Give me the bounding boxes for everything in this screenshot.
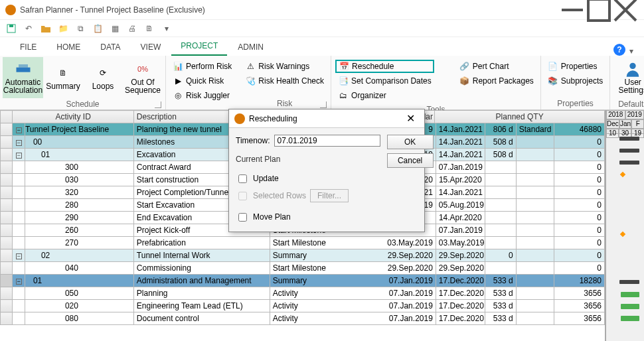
ribbon-collapse-icon[interactable]: ▾ [629, 46, 633, 56]
ok-button[interactable]: OK [387, 135, 434, 149]
group-label-defaults: Defaults [618, 100, 644, 109]
summary-button[interactable]: 🗎 Summary [43, 57, 83, 98]
table-row[interactable]: 040CommissioningStart Milestone29.Sep.20… [1, 262, 605, 275]
group-label-risk: Risk [277, 99, 292, 108]
group-defaults: User Settings Defaults [610, 56, 644, 109]
group-risk-actions: 📊Perform Risk ▶Quick Risk ◎Risk Juggler [166, 56, 238, 109]
minimize-button[interactable] [559, 1, 586, 19]
help-icon[interactable]: ? [613, 44, 625, 56]
calculator-icon [14, 61, 33, 77]
table-row[interactable]: 270PrefabricationStart Milestone03.May.2… [1, 237, 605, 249]
summary-icon: 🗎 [54, 65, 72, 81]
expander-icon[interactable]: − [16, 140, 22, 146]
gantt-bar [619, 149, 639, 153]
perform-risk-button[interactable]: 📊Perform Risk [170, 60, 234, 73]
schedule-launcher[interactable] [155, 102, 161, 108]
group-label-schedule: Schedule [66, 100, 99, 109]
expander-icon[interactable]: − [16, 153, 22, 159]
folder-icon[interactable]: 📁 [57, 23, 69, 34]
pert-chart-button[interactable]: 🔗Pert Chart [457, 60, 536, 73]
table-row[interactable]: 050PlanningActivity07.Jan.201917.Dec.202… [1, 287, 605, 300]
out-of-sequence-button[interactable]: 0% Out Of Sequence [123, 57, 163, 98]
dialog-titlebar[interactable]: Rescheduling ✕ [229, 109, 424, 128]
copy-icon[interactable]: ⧉ [74, 23, 86, 34]
risk-health-button[interactable]: 🩺Risk Health Check [242, 74, 327, 88]
play-icon: ▶ [173, 76, 183, 86]
automatic-calculation-button[interactable]: Automatic Calculation [3, 57, 43, 98]
selected-rows-checkbox [238, 192, 247, 200]
app-icon [5, 5, 16, 15]
timenow-label: Timenow: [236, 136, 270, 145]
grid-icon[interactable]: ▦ [109, 23, 121, 34]
loops-button[interactable]: ⟳ Loops [83, 57, 123, 98]
gantt-bar [619, 280, 639, 284]
quick-access-toolbar: ↶ 📁 ⧉ 📋 ▦ 🖨 🗎 ▾ [0, 20, 644, 37]
group-risk: ⚠Risk Warnings 🩺Risk Health Check Risk [238, 56, 331, 109]
save-icon[interactable] [5, 23, 17, 34]
dropdown-icon[interactable]: ▾ [161, 23, 173, 34]
update-checkbox[interactable] [238, 174, 247, 183]
group-properties: 📄Properties 📚Subprojects Properties [541, 56, 610, 109]
dialog-app-icon [234, 113, 245, 124]
dialog-close-button[interactable]: ✕ [402, 112, 419, 125]
tab-view[interactable]: VIEW [131, 38, 171, 56]
set-comparison-button[interactable]: 📑Set Comparison Dates [335, 74, 434, 88]
group-schedule: Automatic Calculation 🗎 Summary ⟳ Loops … [0, 56, 166, 109]
report-icon: 📦 [459, 76, 470, 86]
risk-launcher[interactable] [320, 102, 327, 108]
close-button[interactable] [612, 1, 639, 19]
maximize-button[interactable] [586, 1, 612, 19]
col-rowhandle[interactable] [1, 111, 13, 123]
expander-icon[interactable]: − [16, 127, 22, 133]
quick-risk-button[interactable]: ▶Quick Risk [170, 74, 234, 88]
col-planned-qty[interactable]: Planned QTY [435, 111, 604, 123]
loops-icon: ⟳ [94, 65, 112, 81]
user-icon [623, 61, 642, 77]
risk-warnings-button[interactable]: ⚠Risk Warnings [242, 60, 327, 73]
properties-icon: 📄 [548, 61, 558, 72]
cancel-button[interactable]: Cancel [387, 153, 434, 168]
subprojects-icon: 📚 [548, 76, 558, 86]
expander-icon[interactable]: − [16, 253, 22, 259]
ribbon: Automatic Calculation 🗎 Summary ⟳ Loops … [0, 56, 644, 110]
tab-file[interactable]: FILE [11, 38, 46, 56]
table-row[interactable]: 020Engineering Team Lead (ETL)Activity07… [1, 300, 605, 312]
subprojects-button[interactable]: 📚Subprojects [545, 74, 605, 88]
open-icon[interactable] [40, 23, 52, 34]
dialog-title: Rescheduling [249, 114, 297, 123]
tab-data[interactable]: DATA [91, 38, 129, 56]
ribbon-tabs: FILE HOME DATA VIEW PROJECT ADMIN ? ▾ [0, 37, 644, 56]
pert-icon: 🔗 [459, 61, 470, 72]
print-icon[interactable]: 🖨 [126, 23, 138, 34]
compare-icon: 📑 [338, 76, 349, 86]
sheet-icon[interactable]: 🗎 [143, 23, 155, 34]
gantt-bar [619, 137, 639, 141]
expander-icon[interactable]: − [16, 279, 22, 285]
svg-rect-6 [16, 68, 30, 72]
tab-admin[interactable]: ADMIN [228, 38, 273, 56]
report-packages-button[interactable]: 📦Report Packages [457, 74, 536, 88]
reschedule-button[interactable]: 📅Reschedule [335, 60, 434, 73]
properties-button[interactable]: 📄Properties [545, 60, 605, 73]
gantt-panel[interactable]: 20182019 DecJanF 103019 [605, 110, 644, 341]
table-row[interactable]: −02Tunnel Internal WorkSummary29.Sep.202… [1, 249, 605, 262]
col-activity-id[interactable]: Activity ID [13, 111, 133, 123]
target-icon: ◎ [173, 90, 183, 101]
timenow-input[interactable] [274, 135, 380, 147]
rescheduling-dialog: Rescheduling ✕ Timenow: OK Current Plan … [228, 109, 425, 232]
table-row[interactable]: −01Administration and ManagementSummary0… [1, 275, 605, 287]
svg-rect-5 [9, 25, 13, 27]
percent-icon: 0% [133, 61, 152, 77]
gantt-bar [621, 292, 639, 297]
user-settings-button[interactable]: User Settings [613, 57, 644, 98]
svg-point-8 [630, 63, 636, 69]
undo-icon[interactable]: ↶ [23, 23, 35, 34]
tab-project[interactable]: PROJECT [171, 37, 227, 56]
svg-rect-7 [19, 64, 28, 68]
risk-juggler-button[interactable]: ◎Risk Juggler [170, 89, 234, 102]
move-plan-checkbox[interactable] [238, 213, 247, 222]
organizer-button[interactable]: 🗂Organizer [335, 89, 434, 102]
tab-home[interactable]: HOME [47, 38, 90, 56]
table-row[interactable]: 080Document controlActivity07.Jan.201917… [1, 312, 605, 325]
paste-icon[interactable]: 📋 [92, 23, 104, 34]
